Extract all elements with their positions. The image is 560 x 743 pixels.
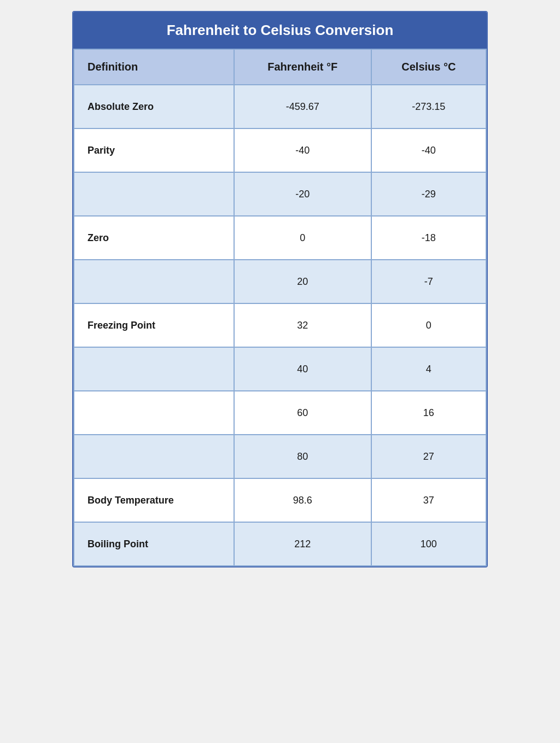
- table-row: Freezing Point320: [74, 303, 486, 347]
- table-row: Boiling Point212100: [74, 522, 486, 566]
- cell-celsius: 37: [371, 478, 486, 522]
- col-header-fahrenheit: Fahrenheit °F: [234, 49, 371, 85]
- cell-celsius: -7: [371, 260, 486, 303]
- table-row: 6016: [74, 391, 486, 435]
- cell-definition: Boiling Point: [74, 522, 234, 566]
- table-row: 404: [74, 347, 486, 391]
- table-title: Fahrenheit to Celsius Conversion: [73, 12, 487, 49]
- cell-celsius: -18: [371, 216, 486, 260]
- cell-definition: Freezing Point: [74, 303, 234, 347]
- cell-definition: [74, 347, 234, 391]
- cell-celsius: 100: [371, 522, 486, 566]
- cell-fahrenheit: -459.67: [234, 85, 371, 128]
- cell-fahrenheit: 0: [234, 216, 371, 260]
- table-row: 20-7: [74, 260, 486, 303]
- cell-fahrenheit: 80: [234, 435, 371, 478]
- cell-fahrenheit: 212: [234, 522, 371, 566]
- cell-celsius: 0: [371, 303, 486, 347]
- cell-celsius: -273.15: [371, 85, 486, 128]
- col-header-definition: Definition: [74, 49, 234, 85]
- cell-fahrenheit: -20: [234, 172, 371, 216]
- table-row: Body Temperature98.637: [74, 478, 486, 522]
- table-row: -20-29: [74, 172, 486, 216]
- table-row: Zero0-18: [74, 216, 486, 260]
- table-row: Absolute Zero-459.67-273.15: [74, 85, 486, 128]
- data-table: Definition Fahrenheit °F Celsius °C Abso…: [73, 49, 487, 566]
- col-header-celsius: Celsius °C: [371, 49, 486, 85]
- cell-definition: [74, 260, 234, 303]
- cell-definition: Parity: [74, 128, 234, 172]
- cell-definition: [74, 172, 234, 216]
- cell-definition: [74, 435, 234, 478]
- cell-fahrenheit: 32: [234, 303, 371, 347]
- cell-celsius: 4: [371, 347, 486, 391]
- table-header-row: Definition Fahrenheit °F Celsius °C: [74, 49, 486, 85]
- cell-celsius: -29: [371, 172, 486, 216]
- cell-fahrenheit: 40: [234, 347, 371, 391]
- table-body: Absolute Zero-459.67-273.15Parity-40-40-…: [74, 85, 486, 566]
- cell-definition: Body Temperature: [74, 478, 234, 522]
- table-row: Parity-40-40: [74, 128, 486, 172]
- table-row: 8027: [74, 435, 486, 478]
- cell-definition: [74, 391, 234, 435]
- cell-fahrenheit: 20: [234, 260, 371, 303]
- cell-fahrenheit: -40: [234, 128, 371, 172]
- conversion-table: Fahrenheit to Celsius Conversion Definit…: [72, 11, 488, 568]
- cell-fahrenheit: 98.6: [234, 478, 371, 522]
- cell-fahrenheit: 60: [234, 391, 371, 435]
- cell-celsius: 27: [371, 435, 486, 478]
- cell-definition: Zero: [74, 216, 234, 260]
- cell-definition: Absolute Zero: [74, 85, 234, 128]
- cell-celsius: 16: [371, 391, 486, 435]
- cell-celsius: -40: [371, 128, 486, 172]
